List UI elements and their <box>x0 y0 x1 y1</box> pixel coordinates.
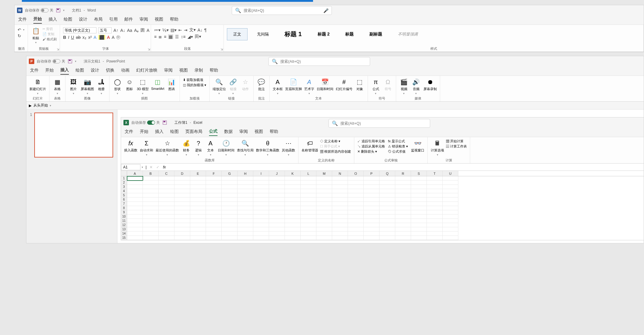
cell-J8[interactable] <box>269 206 285 210</box>
cell-T5[interactable] <box>427 193 443 198</box>
cell-J4[interactable] <box>269 189 285 193</box>
cell-D2[interactable] <box>174 181 190 185</box>
cell-U4[interactable] <box>443 189 458 193</box>
cell-P4[interactable] <box>364 189 379 193</box>
cell-M11[interactable] <box>316 219 332 223</box>
cell-U6[interactable] <box>443 198 458 202</box>
cell-K11[interactable] <box>285 219 301 223</box>
column-header-P[interactable]: P <box>364 171 379 176</box>
dialog-launcher-icon[interactable]: ⇲ <box>221 48 223 51</box>
cell-D15[interactable] <box>174 236 190 240</box>
lookup-button[interactable]: 🔍查找与引用▾ <box>237 139 254 156</box>
my-addins-button[interactable]: ◫ 我的加载项 ▾ <box>183 83 206 87</box>
cell-P3[interactable] <box>364 185 379 189</box>
textbox-button[interactable]: A文本框▾ <box>273 78 283 95</box>
cell-F2[interactable] <box>206 181 222 185</box>
cell-L13[interactable] <box>301 227 316 232</box>
word-search-box[interactable]: 🔍 🎤 <box>232 6 332 15</box>
cell-U10[interactable] <box>443 215 458 219</box>
cell-K13[interactable] <box>285 227 301 232</box>
cell-C13[interactable] <box>159 227 174 232</box>
column-header-I[interactable]: I <box>253 171 269 176</box>
cell-I4[interactable] <box>253 189 269 193</box>
paste-button[interactable]: 📋 粘贴 ▾ <box>31 27 41 44</box>
column-header-C[interactable]: C <box>159 171 174 176</box>
column-header-L[interactable]: L <box>301 171 316 176</box>
cell-C8[interactable] <box>159 206 174 210</box>
row-header-9[interactable]: 9 <box>121 210 127 215</box>
column-header-F[interactable]: F <box>206 171 222 176</box>
cell-G2[interactable] <box>222 181 238 185</box>
column-header-K[interactable]: K <box>285 171 301 176</box>
cell-F11[interactable] <box>206 219 222 223</box>
cell-O11[interactable] <box>348 219 364 223</box>
tab-insert[interactable]: 插入 <box>60 67 69 75</box>
cell-A6[interactable] <box>127 198 143 202</box>
shapes-button[interactable]: ◯形状▾ <box>113 78 122 95</box>
cell-B2[interactable] <box>143 181 159 185</box>
cell-B13[interactable] <box>143 227 159 232</box>
cell-K5[interactable] <box>285 193 301 198</box>
tab-transitions[interactable]: 切换 <box>106 68 114 74</box>
cell-I3[interactable] <box>253 185 269 189</box>
trace-dependents-button[interactable]: ↘ 追踪从属单元格 <box>357 144 385 149</box>
cell-D1[interactable] <box>174 176 190 181</box>
cell-L4[interactable] <box>301 189 316 193</box>
cell-T15[interactable] <box>427 236 443 240</box>
column-header-G[interactable]: G <box>222 171 238 176</box>
char-border-icon[interactable]: A <box>147 28 149 33</box>
column-header-E[interactable]: E <box>190 171 206 176</box>
cell-C14[interactable] <box>159 232 174 236</box>
row-header-12[interactable]: 12 <box>121 223 127 227</box>
cell-N3[interactable] <box>332 185 348 189</box>
cell-T13[interactable] <box>427 227 443 232</box>
cell-R2[interactable] <box>395 181 411 185</box>
cell-O8[interactable] <box>348 206 364 210</box>
cell-U2[interactable] <box>443 181 458 185</box>
cell-P12[interactable] <box>364 223 379 227</box>
highlight-icon[interactable]: ⬛ <box>98 35 105 40</box>
math-button[interactable]: θ数学和三角函数▾ <box>256 139 279 156</box>
ppt-search-box[interactable]: 🔍 <box>268 57 370 66</box>
autosum-button[interactable]: Σ自动求和▾ <box>140 139 153 156</box>
cell-K6[interactable] <box>285 198 301 202</box>
cell-J12[interactable] <box>269 223 285 227</box>
cell-E10[interactable] <box>190 215 206 219</box>
tab-home[interactable]: 开始 <box>45 68 54 74</box>
cell-Q9[interactable] <box>379 210 395 215</box>
cell-O2[interactable] <box>348 181 364 185</box>
cell-N14[interactable] <box>332 232 348 236</box>
cell-R13[interactable] <box>395 227 411 232</box>
tab-design[interactable]: 设计 <box>79 17 87 23</box>
screen-recording-button[interactable]: ⏺屏幕录制 <box>423 78 437 95</box>
shrink-font-icon[interactable]: A↓ <box>120 28 125 33</box>
cell-R3[interactable] <box>395 185 411 189</box>
cell-K2[interactable] <box>285 181 301 185</box>
tab-references[interactable]: 引用 <box>109 17 118 23</box>
show-marks-icon[interactable]: ¶ <box>204 28 207 32</box>
evaluate-formula-button[interactable]: ◎ 公式求值 <box>388 149 408 154</box>
cell-B5[interactable] <box>143 193 159 198</box>
cell-A4[interactable] <box>127 189 143 193</box>
cell-D12[interactable] <box>174 223 190 227</box>
text-effects-icon[interactable]: A <box>93 35 96 40</box>
cell-M7[interactable] <box>316 202 332 206</box>
cell-Q4[interactable] <box>379 189 395 193</box>
select-all-corner[interactable] <box>121 171 127 176</box>
asian-layout-icon[interactable]: 文▾ <box>189 27 196 33</box>
cell-P1[interactable] <box>364 176 379 181</box>
cell-J10[interactable] <box>269 215 285 219</box>
cell-Q3[interactable] <box>379 185 395 189</box>
style-no-spacing[interactable]: 无间隔 <box>251 28 275 40</box>
cell-I10[interactable] <box>253 215 269 219</box>
increase-indent-icon[interactable]: ⇥ <box>184 28 187 32</box>
cell-M5[interactable] <box>316 193 332 198</box>
cell-O13[interactable] <box>348 227 364 232</box>
cell-S12[interactable] <box>411 223 427 227</box>
cell-O5[interactable] <box>348 193 364 198</box>
qat-dropdown-icon[interactable]: ▾ <box>75 60 76 63</box>
cell-P6[interactable] <box>364 198 379 202</box>
strike-icon[interactable]: ab <box>76 35 81 40</box>
slideshow-icon[interactable]: ▶ <box>29 103 32 108</box>
cell-E2[interactable] <box>190 181 206 185</box>
